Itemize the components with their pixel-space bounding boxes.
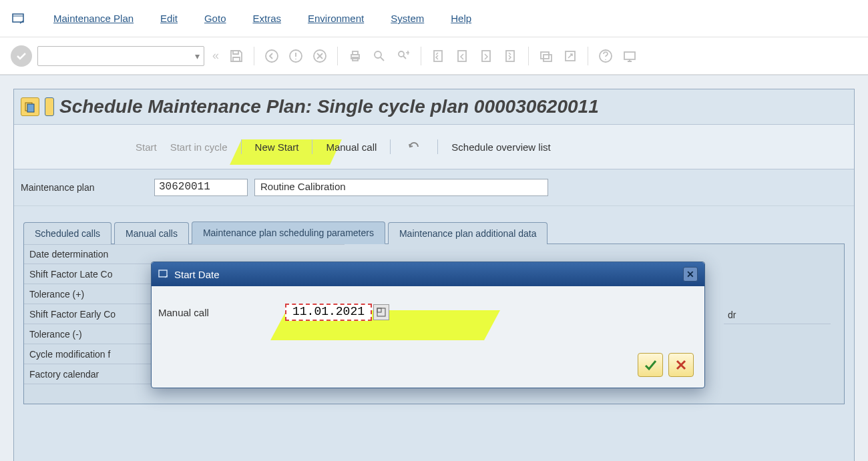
next-page-icon[interactable] bbox=[477, 47, 496, 65]
dialog-window-icon bbox=[158, 269, 169, 280]
command-field[interactable]: ▾ bbox=[37, 46, 204, 66]
menu-extras[interactable]: Extras bbox=[252, 13, 281, 24]
svg-rect-22 bbox=[377, 308, 381, 312]
right-column-cell: dr bbox=[724, 306, 831, 324]
title-icon-2[interactable] bbox=[45, 97, 54, 116]
title-icon-1[interactable] bbox=[21, 97, 39, 116]
svg-point-7 bbox=[375, 51, 381, 58]
plan-description-field[interactable]: Routine Calibration bbox=[254, 179, 548, 196]
menu-bar: Maintenance Plan Edit Goto Extras Enviro… bbox=[0, 0, 868, 37]
param-date-determination: Date determination bbox=[29, 249, 163, 260]
svg-point-8 bbox=[399, 51, 404, 57]
print-icon[interactable] bbox=[346, 47, 365, 65]
right-column-text: dr bbox=[728, 310, 736, 320]
menu-help[interactable]: Help bbox=[451, 13, 471, 24]
new-start-button[interactable]: New Start bbox=[255, 141, 299, 153]
find-icon[interactable] bbox=[370, 47, 389, 65]
standard-toolbar: ▾ « bbox=[0, 37, 868, 75]
plan-id-field[interactable]: 30620011 bbox=[154, 179, 248, 196]
svg-point-1 bbox=[266, 50, 278, 62]
back-icon[interactable] bbox=[262, 47, 281, 65]
dropdown-icon: ▾ bbox=[195, 51, 200, 61]
window-menu-icon[interactable] bbox=[11, 11, 27, 27]
dialog-close-button[interactable]: ✕ bbox=[683, 267, 698, 282]
create-session-icon[interactable] bbox=[537, 47, 556, 65]
param-tolerance-plus: Tolerance (+) bbox=[29, 289, 163, 300]
svg-rect-19 bbox=[27, 104, 34, 112]
menu-maintenance-plan[interactable]: Maintenance Plan bbox=[53, 13, 134, 24]
menu-edit[interactable]: Edit bbox=[160, 13, 178, 24]
generate-shortcut-icon[interactable] bbox=[561, 47, 580, 65]
svg-rect-5 bbox=[353, 51, 358, 55]
start-in-cycle-button: Start in cycle bbox=[170, 141, 228, 153]
help-icon[interactable] bbox=[596, 47, 615, 65]
tab-manual-calls[interactable]: Manual calls bbox=[114, 222, 189, 244]
last-page-icon[interactable] bbox=[501, 47, 520, 65]
svg-rect-17 bbox=[624, 52, 635, 59]
date-picker-button[interactable] bbox=[373, 304, 389, 320]
save-icon[interactable] bbox=[227, 47, 246, 65]
cancel-icon[interactable] bbox=[310, 47, 329, 65]
dialog-titlebar[interactable]: Start Date ✕ bbox=[152, 262, 704, 286]
tab-additional-data[interactable]: Maintenance plan additional data bbox=[388, 222, 548, 244]
param-tolerance-minus: Tolerance (-) bbox=[29, 329, 163, 340]
svg-rect-20 bbox=[159, 270, 167, 277]
first-page-icon[interactable] bbox=[429, 47, 448, 65]
dialog-body: Manual call 11.01.2021 bbox=[152, 286, 704, 388]
exit-icon[interactable] bbox=[286, 47, 305, 65]
schedule-overview-button[interactable]: Schedule overview list bbox=[451, 141, 550, 153]
param-factory-calendar: Factory calendar bbox=[29, 369, 163, 380]
plan-row: Maintenance plan 30620011 Routine Calibr… bbox=[14, 169, 854, 206]
layout-icon[interactable] bbox=[620, 47, 639, 65]
tab-scheduled-calls[interactable]: Scheduled calls bbox=[23, 222, 112, 244]
dialog-cancel-button[interactable] bbox=[668, 353, 694, 377]
manual-call-date-input[interactable]: 11.01.2021 bbox=[285, 304, 372, 321]
param-shift-late: Shift Factor Late Co bbox=[29, 269, 163, 280]
find-next-icon[interactable] bbox=[394, 47, 413, 65]
menu-goto[interactable]: Goto bbox=[204, 13, 226, 24]
plan-label: Maintenance plan bbox=[21, 182, 148, 193]
application-toolbar: Start Start in cycle New Start Manual ca… bbox=[14, 125, 854, 169]
dialog-ok-button[interactable] bbox=[638, 353, 663, 377]
menu-system[interactable]: System bbox=[391, 13, 424, 24]
start-button: Start bbox=[136, 141, 157, 153]
tabstrip: Scheduled calls Manual calls Maintenance… bbox=[23, 221, 845, 244]
dialog-field-label: Manual call bbox=[158, 307, 278, 318]
chevron-left-icon: « bbox=[212, 49, 219, 63]
prev-page-icon[interactable] bbox=[453, 47, 472, 65]
param-shift-early: Shift Factor Early Co bbox=[29, 309, 163, 320]
svg-rect-14 bbox=[544, 55, 552, 61]
title-header: Schedule Maintenance Plan: Single cycle … bbox=[14, 89, 854, 125]
enter-button[interactable] bbox=[11, 45, 32, 67]
param-cycle-mod: Cycle modification f bbox=[29, 349, 163, 360]
undo-icon[interactable] bbox=[404, 140, 424, 153]
manual-call-button[interactable]: Manual call bbox=[326, 141, 377, 153]
page-title: Schedule Maintenance Plan: Single cycle … bbox=[59, 96, 599, 117]
svg-rect-0 bbox=[13, 14, 23, 22]
tab-scheduling-parameters[interactable]: Maintenance plan scheduling parameters bbox=[192, 221, 385, 244]
dialog-title: Start Date bbox=[174, 269, 220, 280]
start-date-dialog: Start Date ✕ Manual call 11.01.2021 bbox=[151, 262, 705, 388]
svg-rect-13 bbox=[541, 52, 549, 59]
menu-environment[interactable]: Environment bbox=[308, 13, 364, 24]
